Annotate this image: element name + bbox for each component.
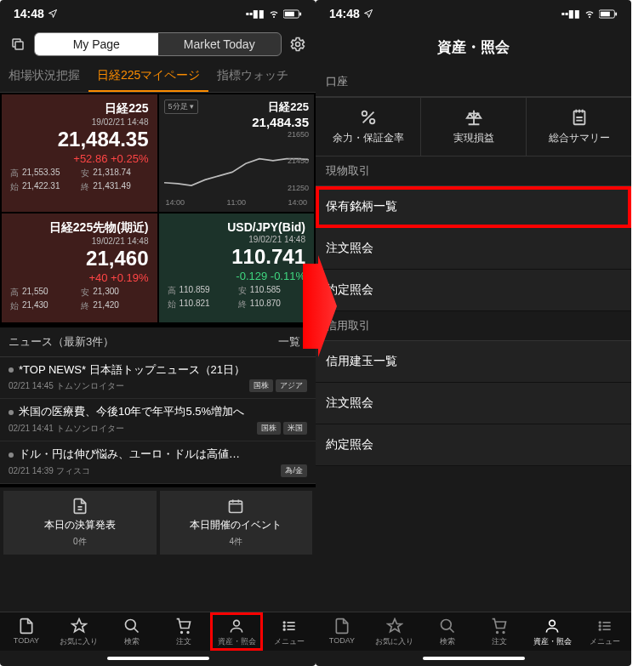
nav-assets[interactable]: 資産・照会: [526, 612, 578, 651]
btn-margin-rate[interactable]: 余力・保証金率: [316, 98, 421, 156]
svg-point-9: [283, 625, 285, 627]
svg-rect-3: [15, 42, 23, 49]
quote-time: 19/02/21 14:48: [10, 236, 149, 246]
battery-icon: [283, 9, 302, 19]
news-item[interactable]: ドル・円は伸び悩み、ユーロ・ドルは高値… 02/21 14:39 フィスコ 為/…: [0, 441, 316, 484]
nav-order[interactable]: 注文: [157, 612, 210, 651]
nav-assets[interactable]: 資産・照会: [210, 612, 263, 651]
tab-nikkei225[interactable]: 日経225マイページ: [88, 61, 208, 92]
nav-search[interactable]: 検索: [105, 612, 158, 651]
shortcut-events[interactable]: 本日開催のイベント 4件: [160, 491, 313, 555]
row-margin-order-inquiry[interactable]: 注文照会: [316, 383, 631, 424]
search-icon: [123, 618, 140, 635]
seg-mypage[interactable]: My Page: [35, 33, 158, 55]
row-execution-inquiry[interactable]: 約定照会: [316, 270, 631, 311]
btn-summary[interactable]: 総合サマリー: [527, 98, 631, 156]
news-item[interactable]: *TOP NEWS* 日本語トップニュース（21日） 02/21 14:45 ト…: [0, 357, 316, 400]
home-indicator[interactable]: [0, 651, 316, 666]
account-buttons: 余力・保証金率 実現損益 総合サマリー: [316, 97, 631, 157]
bullet-icon: [9, 453, 14, 458]
quote-change: -0.129 -0.11%: [168, 270, 306, 282]
quotes-grid: 日経225 19/02/21 14:48 21,484.35 +52.86 +0…: [0, 93, 316, 324]
segmented-control[interactable]: My Page Market Today: [34, 32, 282, 56]
row-holdings[interactable]: 保有銘柄一覧: [316, 186, 631, 228]
nav-order[interactable]: 注文: [473, 612, 526, 651]
btn-realized-pl[interactable]: 実現損益: [421, 98, 527, 156]
quote-price: 21,484.35: [10, 128, 149, 151]
svg-rect-14: [615, 12, 617, 15]
nav-today[interactable]: TODAY: [316, 612, 368, 651]
notepad-icon: [570, 108, 589, 127]
nav-favorites[interactable]: お気に入り: [53, 612, 105, 651]
top-tabs: 相場状況把握 日経225マイページ 指標ウォッチ: [0, 61, 316, 93]
tab-indicator-watch[interactable]: 指標ウォッチ: [208, 61, 297, 92]
phone-left: 14:48 ▪▪▮▮ My Page Market Today 相場状況: [0, 0, 316, 666]
menu-icon: [281, 618, 298, 635]
gear-icon[interactable]: [288, 36, 307, 53]
seg-market[interactable]: Market Today: [158, 33, 282, 55]
quote-change: +52.86 +0.25%: [10, 152, 149, 165]
chart-price: 21,484.35: [252, 115, 309, 129]
cart-icon: [491, 618, 508, 635]
copy-icon[interactable]: [9, 37, 27, 52]
battery-icon: [599, 9, 618, 19]
percent-icon: [359, 108, 378, 127]
nav-menu[interactable]: メニュー: [578, 612, 631, 651]
svg-rect-5: [230, 501, 242, 512]
status-bar: 14:48 ▪▪▮▮: [0, 0, 316, 27]
row-margin-positions[interactable]: 信用建玉一覧: [316, 341, 631, 383]
wifi-icon: [268, 9, 280, 19]
flow-arrow-icon: [303, 255, 337, 357]
quote-price: 21,460: [10, 247, 149, 270]
tab-market-overview[interactable]: 相場状況把握: [0, 61, 88, 92]
bottom-nav: TODAY お気に入り 検索 注文 資産・照会 メニュー: [316, 612, 631, 651]
quote-card-chart[interactable]: 5分足 ▾ 日経225 21,484.35 21650 21450 21250 …: [159, 94, 315, 212]
svg-point-19: [550, 620, 556, 626]
interval-dropdown[interactable]: 5分足 ▾: [164, 100, 199, 114]
nav-menu[interactable]: メニュー: [263, 612, 316, 651]
quote-details: 高21,550 安21,300 始21,430 終21,420: [10, 287, 149, 312]
quote-title: 日経225先物(期近): [10, 220, 149, 236]
header-toolbar: My Page Market Today: [0, 27, 316, 61]
quote-card-usdjpy[interactable]: USD/JPY(Bid) 19/02/21 14:48 110.741 -0.1…: [159, 213, 315, 322]
phone-right: 14:48 ▪▪▮▮ 資産・照会 口座 余力・保証金率: [316, 0, 631, 666]
screen-title: 資産・照会: [316, 27, 631, 67]
quote-details: 高21,553.35 安21,318.74 始21,422.31 終21,431…: [10, 168, 149, 193]
news-item[interactable]: 米国の医療費、今後10年で年平均5.5%増加へ 02/21 14:41 トムソン…: [0, 399, 316, 441]
search-icon: [439, 618, 456, 635]
person-icon: [228, 618, 245, 635]
shortcut-earnings[interactable]: 本日の決算発表 0件: [3, 491, 157, 555]
row-margin-execution-inquiry[interactable]: 約定照会: [316, 424, 631, 466]
svg-rect-13: [601, 11, 610, 16]
svg-point-6: [125, 620, 135, 630]
quote-title: 日経225: [10, 101, 149, 117]
location-icon: [48, 9, 58, 19]
svg-rect-2: [299, 12, 301, 15]
section-account: 口座: [316, 67, 631, 97]
quote-card-nikkei225[interactable]: 日経225 19/02/21 14:48 21,484.35 +52.86 +0…: [2, 94, 157, 212]
star-icon: [386, 618, 403, 635]
nav-favorites[interactable]: お気に入り: [368, 612, 421, 651]
svg-point-18: [441, 620, 451, 630]
quote-card-nikkei-futures[interactable]: 日経225先物(期近) 19/02/21 14:48 21,460 +40 +0…: [2, 213, 157, 322]
signal-icon: ▪▪▮▮: [561, 8, 580, 20]
row-order-inquiry[interactable]: 注文照会: [316, 228, 631, 270]
quote-change: +40 +0.19%: [10, 271, 149, 284]
svg-marker-11: [303, 255, 337, 357]
svg-point-21: [599, 625, 601, 627]
svg-point-8: [283, 622, 285, 623]
quote-time: 19/02/21 14:48: [10, 117, 149, 127]
document-icon: [333, 618, 350, 635]
quote-time: 19/02/21 14:48: [168, 235, 306, 244]
chart-title: 日経225: [252, 100, 309, 115]
nav-search[interactable]: 検索: [421, 612, 474, 651]
quote-price: 110.741: [168, 245, 306, 269]
svg-point-7: [234, 620, 240, 626]
document-icon: [18, 618, 35, 635]
section-spot: 現物取引: [316, 157, 631, 186]
nav-today[interactable]: TODAY: [0, 612, 53, 651]
home-indicator[interactable]: [316, 651, 631, 666]
signal-icon: ▪▪▮▮: [245, 8, 265, 20]
svg-point-15: [362, 111, 367, 117]
bullet-icon: [9, 410, 14, 415]
